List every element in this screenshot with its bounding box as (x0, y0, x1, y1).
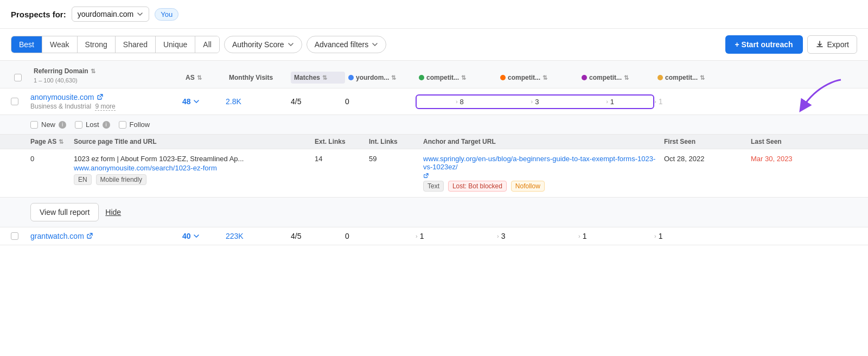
tab-strong[interactable]: Strong (78, 36, 116, 53)
follow-label: Follow (130, 120, 150, 129)
sub-ext-links: 14 (315, 155, 369, 163)
start-outreach-button[interactable]: + Start outreach (725, 35, 803, 54)
th-your-domain[interactable]: yourdom... ⇅ (345, 72, 416, 84)
you-badge: You (155, 8, 178, 21)
badge-text: Text (423, 181, 444, 192)
chevron-down-icon (288, 41, 294, 48)
th-referring-domain-sub: 1 – 100 (40,630) (30, 77, 182, 84)
comp4-val-2: › 1 (654, 232, 709, 240)
sub-url-link[interactable]: www.anonymousite.com/search/1023-ez-form (74, 164, 315, 172)
row2-checkbox[interactable] (11, 232, 30, 240)
sub-target-url[interactable]: www.springly.org/en-us/blog/a-beginners-… (423, 155, 664, 179)
th-as[interactable]: AS ⇅ (182, 72, 226, 84)
comp3-val-2: › 1 (578, 232, 654, 240)
visits-value-2: 223K (226, 232, 291, 240)
matches-value-1: 4/5 (291, 97, 345, 106)
badge-en: EN (74, 174, 92, 185)
sub-panel-1: New i Lost i Follow Page AS ⇅ Source pag… (0, 115, 868, 227)
chevron-down-icon (372, 41, 378, 48)
sub-page-as: 0 (30, 155, 74, 163)
lost-label: Lost (86, 120, 99, 129)
dot-green (419, 75, 424, 80)
sort-icon-as: ⇅ (197, 74, 202, 81)
sub-th-source-title: Source page Title and URL (74, 138, 315, 145)
comp3-group: › 1 (606, 98, 614, 106)
th-competitor4[interactable]: competit... ⇅ (654, 72, 709, 84)
sort-icon-matches: ⇅ (322, 74, 327, 81)
comp2-group: › 3 (531, 98, 539, 106)
table-header: Referring Domain ⇅ 1 – 100 (40,630) AS ⇅… (0, 61, 868, 88)
dot-blue (348, 75, 354, 80)
sub-th-page-as[interactable]: Page AS ⇅ (30, 138, 74, 145)
comp1-val-2: › 1 (416, 232, 497, 240)
sort-icon: ⇅ (91, 68, 95, 75)
domain-value: yourdomain.com (78, 10, 134, 18)
authority-score-label: Authority Score (232, 40, 284, 49)
authority-score-filter[interactable]: Authority Score (224, 36, 302, 53)
info-icon-new[interactable]: i (59, 121, 66, 129)
tab-group: Best Weak Strong Shared Unique All (11, 36, 220, 53)
th-matches[interactable]: Matches ⇅ (291, 72, 345, 84)
tab-weak[interactable]: Weak (42, 36, 78, 53)
dot-orange (500, 75, 506, 80)
export-label: Export (827, 40, 849, 49)
th-referring-domain[interactable]: Referring Domain ⇅ (30, 65, 182, 77)
th-competitor2[interactable]: competit... ⇅ (497, 72, 578, 84)
follow-checkbox[interactable] (119, 121, 126, 129)
th-competitor1[interactable]: competit... ⇅ (416, 72, 497, 84)
sub-th-last-seen: Last Seen (751, 138, 838, 145)
sub-th-first-seen: First Seen (664, 138, 751, 145)
th-referring-domain-label: Referring Domain (34, 67, 88, 75)
info-icon-lost[interactable]: i (103, 121, 110, 129)
th-checkbox (11, 72, 30, 84)
comp1-group: › 8 (456, 98, 464, 106)
tab-shared[interactable]: Shared (116, 36, 156, 53)
domain-sub-1: Business & Industrial 9 more (30, 103, 182, 110)
th-monthly-visits[interactable]: Monthly Visits (226, 72, 291, 84)
hide-button[interactable]: Hide (105, 208, 121, 217)
sub-th-ext-links: Ext. Links (315, 138, 369, 145)
new-checkbox[interactable] (30, 121, 38, 129)
select-all-checkbox[interactable] (14, 74, 22, 81)
sub-table-header: Page AS ⇅ Source page Title and URL Ext.… (0, 134, 868, 149)
chevron-down-icon (137, 11, 143, 17)
visits-value-1: 2.8K (226, 97, 291, 106)
tab-all[interactable]: All (195, 36, 219, 53)
matches-value-2: 4/5 (291, 232, 345, 240)
dot-purple (582, 75, 587, 80)
yourdomain-val-1: 0 (345, 97, 416, 106)
external-link-icon (86, 233, 93, 239)
more-link-1[interactable]: 9 more (95, 103, 115, 111)
external-link-icon (97, 94, 103, 100)
th-competitor3[interactable]: competit... ⇅ (578, 72, 654, 84)
filter-new: New i (30, 120, 66, 129)
domain-link-1[interactable]: anonymousite.com (30, 93, 182, 101)
action-row: View full report Hide (0, 198, 868, 227)
dot-gold (658, 75, 663, 80)
badge-nofollow: Nofollow (511, 181, 545, 192)
sub-filter-row: New i Lost i Follow (0, 115, 868, 134)
tab-unique[interactable]: Unique (156, 36, 195, 53)
view-full-report-button[interactable]: View full report (30, 203, 99, 221)
lost-checkbox[interactable] (75, 121, 82, 129)
domain-link-2[interactable]: grantwatch.com (30, 232, 182, 240)
sub-title: 1023 ez form | About Form 1023-EZ, Strea… (74, 155, 315, 163)
sub-int-links: 59 (369, 155, 423, 163)
advanced-filters[interactable]: Advanced filters (307, 36, 387, 53)
sort-icon-comp1: ⇅ (461, 74, 466, 81)
comp2-val-2: › 3 (497, 232, 578, 240)
sub-th-anchor: Anchor and Target URL (423, 138, 664, 145)
comp4-val-1: › 1 (654, 97, 709, 106)
export-icon (815, 40, 824, 49)
sort-icon-yourdomain: ⇅ (391, 74, 396, 81)
competitor-highlight-box: › 8 › 3 › 1 (416, 94, 654, 109)
tab-best[interactable]: Best (11, 36, 42, 53)
sub-anchor-cell: www.springly.org/en-us/blog/a-beginners-… (423, 155, 664, 192)
export-button[interactable]: Export (807, 35, 857, 54)
domain-select[interactable]: yourdomain.com (72, 7, 150, 22)
domain-row-2: grantwatch.com 40 223K 4/5 0 › 1 › 3 › 1… (0, 227, 868, 245)
chevron-down-icon (193, 233, 200, 239)
row1-checkbox[interactable] (11, 98, 30, 105)
sub-source-cell: 1023 ez form | About Form 1023-EZ, Strea… (74, 155, 315, 185)
sub-first-seen: Oct 28, 2022 (664, 155, 751, 163)
